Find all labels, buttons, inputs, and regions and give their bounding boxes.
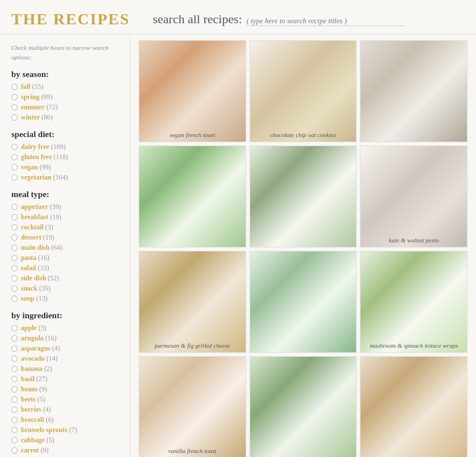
filter-radio-cocktail[interactable] [11,224,18,230]
filter-item-berries[interactable]: berries (4) [11,405,118,414]
recipe-card-9[interactable]: mushroom & spinach lettuce wraps [360,251,468,353]
filter-radio-broccoli[interactable] [11,417,18,423]
filter-item-banana[interactable]: banana (2) [11,365,118,373]
recipe-card-7[interactable]: parmesan & fig grilled cheese [139,251,246,353]
site-title: THE RECIPES [11,10,136,28]
filter-radio-dessert[interactable] [11,234,18,241]
filter-label-pasta: pasta (16) [21,254,49,262]
filter-radio-basil[interactable] [11,376,18,382]
filter-item-summer[interactable]: summer (72) [11,103,118,112]
filter-item-basil[interactable]: basil (27) [11,375,118,383]
filter-radio-breakfast[interactable] [11,214,18,220]
filter-item-salad[interactable]: salad (33) [11,264,118,272]
filter-item-cabbage[interactable]: cabbage (5) [11,436,118,445]
filter-radio-asparagus[interactable] [11,345,18,352]
filter-label-side-dish: side dish (52) [21,274,59,283]
filter-item-avocado[interactable]: avocado (14) [11,355,118,363]
filter-item-side-dish[interactable]: side dish (52) [11,274,118,283]
filter-radio-beans[interactable] [11,386,18,392]
filter-radio-beets[interactable] [11,396,18,403]
filter-item-breakfast[interactable]: breakfast (19) [11,213,118,221]
filter-item-appetizer[interactable]: appetizer (39) [11,203,118,211]
recipe-card-11[interactable] [250,356,357,457]
page-wrapper: THE RECIPES search all recipes: Check mu… [0,0,476,457]
recipe-card-3[interactable] [360,40,468,142]
filter-item-apple[interactable]: apple (3) [11,324,118,332]
recipe-card-1[interactable]: vegan french toast [139,40,246,142]
filter-item-main-dish[interactable]: main dish (64) [11,244,118,252]
filter-radio-banana[interactable] [11,366,18,372]
filter-label-cocktail: cocktail (3) [21,223,53,232]
filter-item-spring[interactable]: spring (89) [11,93,118,101]
recipe-card-5[interactable] [250,146,357,247]
filter-label-dessert: dessert (19) [21,233,54,242]
filter-label-beans: beans (9) [21,385,47,394]
filter-section-meal-type: meal type: appetizer (39) breakfast (19)… [11,190,118,303]
filter-label-vegan: vegan (99) [21,163,51,172]
filter-radio-vegan[interactable] [11,164,18,170]
recipe-card-12[interactable] [360,356,468,457]
filter-radio-dairy-free[interactable] [11,144,18,150]
recipe-card-10[interactable]: vanilla french toast [139,356,246,457]
filter-item-carrot[interactable]: carrot (8) [11,446,118,455]
filter-item-gluten-free[interactable]: gluten free (118) [11,153,118,161]
filter-radio-winter[interactable] [11,114,18,121]
filter-item-dairy-free[interactable]: dairy free (109) [11,143,118,151]
recipe-card-8[interactable] [250,251,357,353]
filter-label-broccoli: broccoli (6) [21,416,54,424]
filter-label-fall: fall (55) [21,83,44,91]
recipe-label-6: kale & walnut pesto [361,237,467,244]
filter-item-beets[interactable]: beets (5) [11,395,118,404]
filter-item-pasta[interactable]: pasta (16) [11,254,118,262]
filter-radio-apple[interactable] [11,325,18,331]
filter-radio-gluten-free[interactable] [11,154,18,160]
filter-item-fall[interactable]: fall (55) [11,83,118,91]
filter-item-cocktail[interactable]: cocktail (3) [11,223,118,232]
filter-item-winter[interactable]: winter (80) [11,113,118,122]
recipe-card-6[interactable]: kale & walnut pesto [360,146,468,247]
filter-item-arugula[interactable]: arugula (16) [11,334,118,343]
recipe-card-4[interactable] [139,146,246,247]
filter-radio-fall[interactable] [11,84,18,90]
filter-label-appetizer: appetizer (39) [21,203,61,211]
filter-radio-arugula[interactable] [11,335,18,341]
filter-label-brussels-sprouts: brussels sprouts (7) [21,426,77,434]
filter-item-beans[interactable]: beans (9) [11,385,118,394]
filter-label-breakfast: breakfast (19) [21,213,61,221]
filter-item-dessert[interactable]: dessert (19) [11,233,118,242]
filter-item-brussels-sprouts[interactable]: brussels sprouts (7) [11,426,118,434]
filter-section-by-season: by season: fall (55) spring (89) summer … [11,70,118,122]
filter-item-asparagus[interactable]: asparagus (4) [11,344,118,353]
filter-radio-pasta[interactable] [11,255,18,261]
recipe-card-2[interactable]: chocolate chip oat cookies [250,40,357,142]
header: THE RECIPES search all recipes: [0,0,476,35]
filter-item-vegan[interactable]: vegan (99) [11,163,118,172]
search-input[interactable] [247,16,405,26]
filter-item-soup[interactable]: soup (13) [11,294,118,303]
filter-label-summer: summer (72) [21,103,58,112]
filter-radio-brussels-sprouts[interactable] [11,427,18,433]
filter-radio-vegetarian[interactable] [11,174,18,181]
filter-radio-avocado[interactable] [11,356,18,362]
filter-label-avocado: avocado (14) [21,355,58,363]
filter-radio-main-dish[interactable] [11,245,18,251]
filter-radio-snack[interactable] [11,285,18,292]
filter-radio-berries[interactable] [11,407,18,413]
filter-item-broccoli[interactable]: broccoli (6) [11,416,118,424]
filter-radio-salad[interactable] [11,265,18,271]
filter-label-basil: basil (27) [21,375,48,383]
filter-radio-carrot[interactable] [11,447,18,454]
filter-radio-side-dish[interactable] [11,275,18,281]
recipe-label-10: vanilla french toast [139,447,246,454]
filter-radio-cabbage[interactable] [11,437,18,443]
filter-item-snack[interactable]: snack (35) [11,284,118,293]
filter-radio-spring[interactable] [11,94,18,100]
filter-label-arugula: arugula (16) [21,334,57,343]
filter-label-winter: winter (80) [21,113,53,122]
filter-radio-summer[interactable] [11,104,18,110]
sidebar: Check multiple boxes to narrow search op… [0,35,130,457]
filter-radio-soup[interactable] [11,296,18,302]
filter-item-vegetarian[interactable]: vegetarian (164) [11,173,118,182]
filter-radio-appetizer[interactable] [11,204,18,210]
filter-label-vegetarian: vegetarian (164) [21,173,68,182]
